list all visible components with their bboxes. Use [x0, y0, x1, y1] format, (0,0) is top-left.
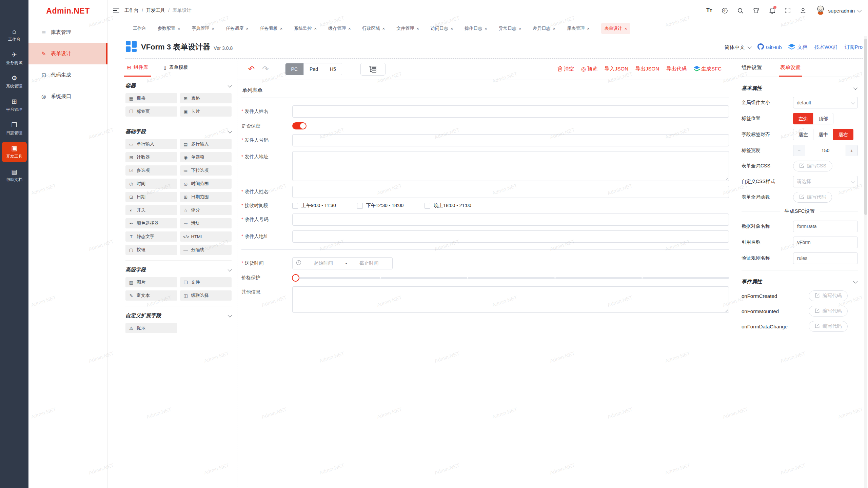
widget-chip[interactable]: ▦栅格 — [125, 93, 177, 103]
widget-chip[interactable]: ⊟计数器 — [125, 152, 177, 162]
tab-系统监控[interactable]: 系统监控× — [294, 25, 317, 32]
wx-group-link[interactable]: 技术WX群 — [814, 44, 837, 50]
text-input[interactable] — [292, 230, 729, 243]
textarea-input[interactable] — [292, 286, 729, 313]
tab-字典管理[interactable]: 字典管理× — [192, 25, 215, 32]
tab-close-icon[interactable]: × — [485, 26, 487, 31]
widget-tab-组件库[interactable]: ⊞组件库 — [127, 58, 148, 77]
widget-chip[interactable]: ☑多选项 — [125, 165, 177, 176]
search-icon[interactable] — [737, 7, 744, 14]
action-导入JSON[interactable]: 导入JSON — [605, 66, 628, 72]
device-PC[interactable]: PC — [285, 63, 303, 75]
device-Pad[interactable]: Pad — [303, 63, 324, 75]
action-预览[interactable]: ◎预览 — [581, 66, 597, 72]
widget-chip[interactable]: ▢按钮 — [125, 245, 177, 255]
language-icon[interactable]: 中 — [722, 7, 728, 14]
checkbox-option[interactable]: 下午12:30 - 18:00 — [357, 203, 404, 209]
widget-chip[interactable]: T静态文字 — [125, 231, 177, 242]
select-input[interactable]: 请选择 — [793, 176, 858, 187]
tab-close-icon[interactable]: × — [348, 26, 351, 31]
theme-shirt-icon[interactable] — [753, 7, 760, 14]
widget-chip[interactable]: </>HTML — [180, 231, 232, 242]
tab-close-icon[interactable]: × — [280, 26, 283, 31]
app-logo-avatar[interactable] — [0, 0, 28, 22]
edit-code-button[interactable]: 编写代码 — [793, 192, 832, 203]
sidebar-item-api[interactable]: ◎系统接口 — [28, 86, 107, 107]
widget-chip[interactable]: ▨图片 — [125, 277, 177, 287]
checkbox[interactable] — [292, 203, 298, 209]
widget-chip[interactable]: ✎富文本 — [125, 290, 177, 301]
widget-chip[interactable]: ≔下拉选项 — [180, 165, 232, 176]
text-input[interactable]: vForm — [793, 237, 858, 248]
widget-section-header[interactable]: 容器 — [125, 80, 232, 93]
widget-chip[interactable]: —分隔线 — [180, 245, 232, 255]
checkbox[interactable] — [425, 203, 430, 209]
event-props-header[interactable]: 事件属性 — [742, 277, 858, 290]
slider-handle[interactable] — [292, 274, 299, 282]
widget-chip[interactable]: ⚠提示 — [125, 323, 177, 333]
text-input[interactable] — [292, 134, 729, 146]
widget-section-header[interactable]: 基础字段 — [125, 126, 232, 139]
sidebar-item-code-gen[interactable]: ⊡代码生成 — [28, 64, 107, 86]
tab-异常日志[interactable]: 异常日志× — [499, 25, 521, 32]
widget-chip[interactable]: ◶时间范围 — [180, 179, 232, 189]
widget-chip[interactable]: ▭单行输入 — [125, 139, 177, 149]
stepper-minus-button[interactable]: − — [793, 145, 805, 156]
form-static-title[interactable]: 单列表单 — [241, 85, 729, 98]
breadcrumb-item[interactable]: 工作台 — [124, 7, 139, 14]
user-menu[interactable]: superadmin — [815, 5, 861, 16]
text-input[interactable] — [292, 105, 729, 118]
tab-行政区域[interactable]: 行政区域× — [362, 25, 385, 32]
edit-code-button[interactable]: 编写代码 — [809, 321, 848, 332]
rail-item-chip[interactable]: ▣开发工具 — [2, 142, 27, 162]
widget-tab-表单模板[interactable]: ▯表单模板 — [164, 58, 188, 77]
tab-close-icon[interactable]: × — [451, 26, 453, 31]
segment-居左[interactable]: 居左 — [793, 129, 813, 140]
user-icon[interactable] — [800, 7, 806, 14]
widget-chip[interactable]: ◐开关 — [125, 205, 177, 215]
widget-section-header[interactable]: 高级字段 — [125, 264, 232, 277]
notification-bell-icon[interactable] — [769, 7, 775, 14]
tab-close-icon[interactable]: × — [382, 26, 385, 31]
tab-访问日志[interactable]: 访问日志× — [431, 25, 453, 32]
scrollbar-thumb[interactable] — [864, 39, 867, 215]
tab-任务看板[interactable]: 任务看板× — [260, 25, 283, 32]
widget-chip[interactable]: ❐标签页 — [125, 106, 177, 117]
widget-chip[interactable]: ✒颜色选择器 — [125, 218, 177, 228]
rail-item-gear[interactable]: ⚙系统管理 — [2, 72, 27, 92]
rail-item-grid[interactable]: ⊞平台管理 — [2, 95, 27, 115]
redo-icon[interactable]: ↷ — [262, 64, 269, 74]
tab-close-icon[interactable]: × — [553, 26, 556, 31]
tab-操作日志[interactable]: 操作日志× — [465, 25, 487, 32]
settings-tab-组件设置[interactable]: 组件设置 — [742, 58, 762, 77]
select-input[interactable]: default — [793, 97, 858, 108]
tab-差异日志[interactable]: 差异日志× — [533, 25, 556, 32]
widget-chip[interactable]: ▣卡片 — [180, 106, 232, 117]
tab-close-icon[interactable]: × — [416, 26, 419, 31]
slider[interactable] — [292, 274, 729, 282]
text-input[interactable]: formData — [793, 221, 858, 232]
checkbox-option[interactable]: 上午9:00 - 11:30 — [292, 203, 336, 209]
tab-缓存管理[interactable]: 缓存管理× — [328, 25, 351, 32]
tab-库表管理[interactable]: 库表管理× — [567, 25, 590, 32]
menu-collapse-icon[interactable] — [113, 7, 120, 14]
sidebar-item-database[interactable]: ≣库表管理 — [28, 22, 107, 43]
time-range-picker[interactable]: 起始时间-截止时间 — [292, 257, 393, 269]
widget-chip[interactable]: ◉单选项 — [180, 152, 232, 162]
stepper-plus-button[interactable]: + — [846, 145, 857, 156]
tab-close-icon[interactable]: × — [314, 26, 317, 31]
tab-close-icon[interactable]: × — [625, 26, 627, 31]
segment-左边[interactable]: 左边 — [793, 113, 813, 124]
widget-chip[interactable]: ⊡日期 — [125, 192, 177, 202]
tab-close-icon[interactable]: × — [212, 26, 215, 31]
tab-close-icon[interactable]: × — [587, 26, 590, 31]
widget-chip[interactable]: ◷时间 — [125, 179, 177, 189]
subscribe-pro-link[interactable]: 订阅Pro — [845, 44, 863, 50]
language-select[interactable]: 简体中文 — [725, 44, 751, 50]
node-tree-button[interactable] — [360, 63, 386, 76]
rail-item-send[interactable]: ✈业务测试 — [2, 48, 27, 68]
action-导出代码[interactable]: 导出代码 — [666, 66, 687, 72]
fullscreen-icon[interactable] — [785, 7, 791, 14]
segment-居中[interactable]: 居中 — [813, 129, 833, 140]
textarea-input[interactable] — [292, 151, 729, 181]
